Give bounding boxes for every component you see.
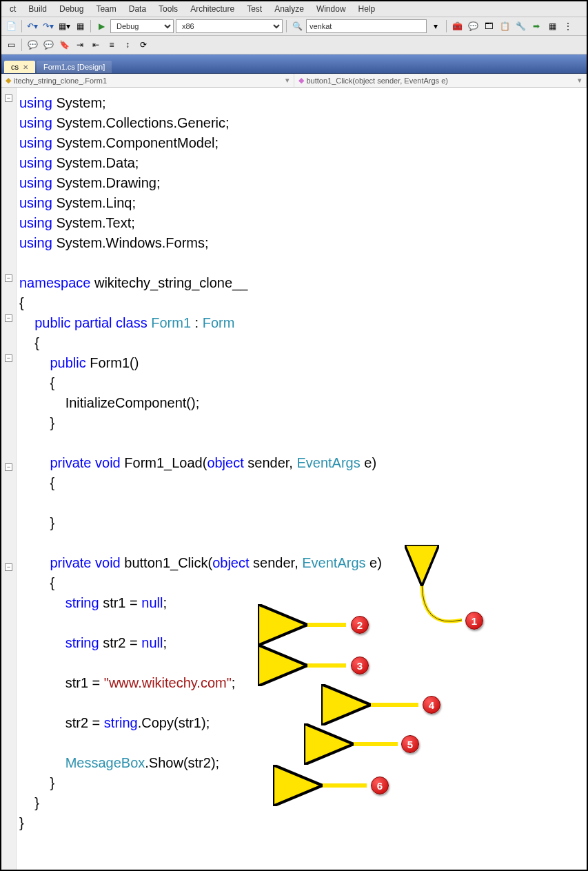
class-icon: ◆ [6,76,11,85]
format-icon[interactable]: ≡ [105,38,119,52]
separator [90,20,91,32]
toolbar-main: 📄 ↶▾ ↷▾ ▦▾ ▦ ▶ Debug x86 🔍 ▾ 🧰 💬 🗔 📋 🔧 ➡… [1,17,587,36]
menu-analyze[interactable]: Analyze [269,3,310,15]
close-icon[interactable]: ✕ [23,63,28,71]
member-selector[interactable]: ◆ button1_Click(object sender, EventArgs… [294,74,587,87]
toolbox-icon[interactable]: 🧰 [450,19,464,33]
new-project-icon[interactable]: 📄 [4,19,18,33]
separator [286,20,287,32]
code-content: using System; using System.Collections.G… [19,93,382,833]
fold-icon[interactable]: − [5,314,12,322]
gutter: − − − − − − [1,88,17,871]
code-editor[interactable]: − − − − − − using System; using System.C… [1,88,587,871]
member-name: button1_Click(object sender, EventArgs e… [307,77,448,85]
menu-test[interactable]: Test [241,3,267,15]
menu-architecture[interactable]: Architecture [185,3,240,15]
class-name: itechy_string_clone_.Form1 [14,77,107,85]
annotation-1: 1 [465,612,483,630]
comment-icon[interactable]: 💬 [466,19,480,33]
dropdown-icon[interactable]: ▾ [429,19,443,33]
tab-current[interactable]: cs ✕ [4,61,35,73]
separator [446,20,447,32]
uncomment-icon[interactable]: 💬 [41,38,55,52]
fold-icon[interactable]: − [5,94,12,102]
nav-back-icon[interactable]: ▦▾ [57,19,71,33]
method-icon: ◆ [298,76,304,85]
menu-bar: ct Build Debug Team Data Tools Architect… [1,1,587,17]
redo-icon[interactable]: ↷▾ [41,19,55,33]
menu-data[interactable]: Data [123,3,152,15]
tab-design[interactable]: Form1.cs [Design] [37,61,112,73]
refresh-icon[interactable]: ⟳ [136,38,150,52]
toolbar-secondary: ▭ 💬 💬 🔖 ⇥ ⇤ ≡ ↕ ⟳ [1,36,587,54]
bookmark-icon[interactable]: 🔖 [57,38,71,52]
fold-icon[interactable]: − [5,463,12,471]
annotation-5: 5 [401,735,419,753]
sort-icon[interactable]: ↕ [121,38,134,52]
fold-icon[interactable]: − [5,274,12,282]
menu-tools[interactable]: Tools [153,3,183,15]
document-tabs: cs ✕ Form1.cs [Design] [1,54,587,74]
nav-bar: ◆ itechy_string_clone_.Form1 ▾ ◆ button1… [1,74,587,88]
fold-icon[interactable]: − [5,354,12,362]
grid-icon[interactable]: ▦ [545,19,559,33]
separator [21,39,22,51]
window-icon[interactable]: 🗔 [482,19,496,33]
class-selector[interactable]: ◆ itechy_string_clone_.Form1 ▾ [1,74,294,87]
menu-ct[interactable]: ct [4,3,21,15]
tab-label: Form1.cs [Design] [43,63,105,71]
chevron-down-icon: ▾ [578,76,582,85]
search-input[interactable] [306,19,427,33]
more-icon[interactable]: ⋮ [561,19,575,33]
platform-select[interactable]: x86 [176,19,283,33]
chevron-down-icon: ▾ [285,76,290,85]
wrench-icon[interactable]: 🔧 [514,19,527,33]
outdent-icon[interactable]: ⇤ [89,38,103,52]
menu-team[interactable]: Team [90,3,121,15]
arrow-icon[interactable]: ➡ [529,19,543,33]
fold-icon[interactable]: − [5,563,12,571]
menu-build[interactable]: Build [23,3,52,15]
doc-icon[interactable]: ▭ [4,38,18,52]
annotation-4: 4 [423,696,440,714]
menu-window[interactable]: Window [311,3,352,15]
indent-icon[interactable]: ⇥ [73,38,87,52]
comment-out-icon[interactable]: 💬 [26,38,39,52]
menu-debug[interactable]: Debug [54,3,89,15]
start-debug-icon[interactable]: ▶ [94,19,108,33]
config-select[interactable]: Debug [110,19,174,33]
tab-label: cs [11,63,19,71]
undo-icon[interactable]: ↶▾ [26,19,39,33]
find-icon[interactable]: 🔍 [290,19,304,33]
separator [21,20,22,32]
nav-fwd-icon[interactable]: ▦ [73,19,87,33]
menu-help[interactable]: Help [353,3,381,15]
props-icon[interactable]: 📋 [498,19,511,33]
